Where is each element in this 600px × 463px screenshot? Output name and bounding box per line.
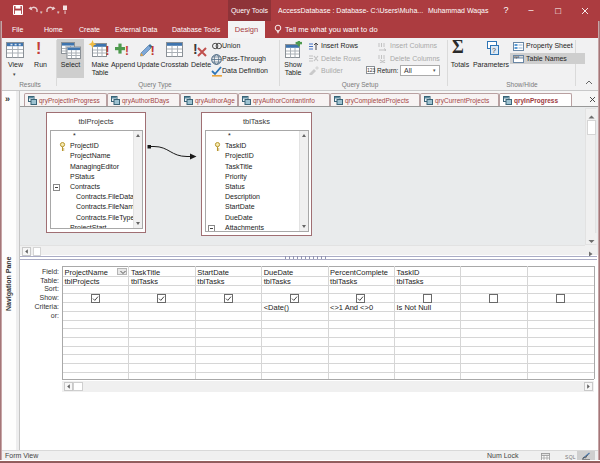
svg-text:!: ! — [105, 43, 109, 58]
svg-text:?: ? — [492, 47, 496, 54]
svg-text:!: ! — [151, 43, 155, 58]
svg-text:!: ! — [125, 44, 129, 58]
svg-text:123: 123 — [367, 67, 376, 73]
svg-text:xyz: xyz — [514, 55, 520, 59]
svg-text:!: ! — [193, 41, 198, 57]
